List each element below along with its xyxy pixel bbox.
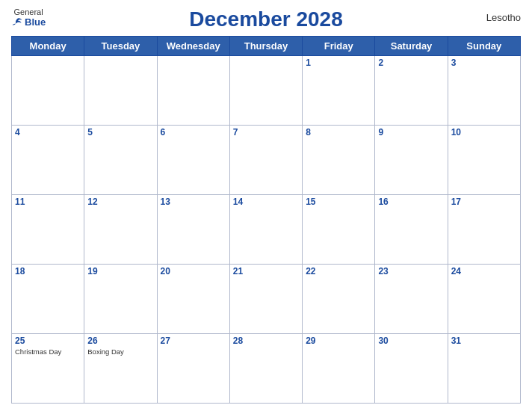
day-number: 17	[451, 197, 517, 207]
logo-blue-text: Blue	[11, 16, 46, 28]
holiday-label: Boxing Day	[87, 347, 153, 356]
calendar-cell: 30	[375, 334, 448, 404]
day-number: 21	[233, 266, 299, 276]
calendar-cell: 20	[157, 265, 229, 334]
calendar-cell: 26Boxing Day	[84, 334, 157, 404]
calendar-cell: 21	[229, 265, 302, 334]
day-number: 29	[306, 336, 371, 346]
weekday-header-row: MondayTuesdayWednesdayThursdayFridaySatu…	[12, 37, 521, 56]
day-number: 25	[15, 336, 81, 346]
day-number: 22	[306, 266, 371, 276]
calendar-cell: 29	[303, 334, 375, 404]
calendar-cell: 10	[448, 126, 520, 195]
day-number: 16	[378, 197, 444, 207]
generalblue-logo: General Blue	[11, 7, 46, 28]
day-number: 20	[161, 266, 226, 276]
day-number: 12	[87, 197, 153, 207]
day-number: 15	[306, 197, 371, 207]
calendar-cell: 12	[84, 195, 157, 265]
day-number: 10	[451, 127, 517, 137]
calendar-cell: 2	[375, 56, 448, 126]
day-number: 5	[87, 127, 153, 137]
day-number: 24	[451, 266, 517, 276]
day-number: 26	[87, 336, 153, 346]
calendar-cell: 24	[448, 265, 520, 334]
day-number: 19	[87, 266, 153, 276]
calendar-cell	[229, 56, 302, 126]
calendar-cell: 7	[229, 126, 302, 195]
weekday-header-wednesday: Wednesday	[157, 37, 229, 56]
week-row-3: 11121314151617	[12, 195, 521, 265]
calendar-cell: 25Christmas Day	[12, 334, 84, 404]
calendar-cell: 6	[157, 126, 229, 195]
weekday-header-sunday: Sunday	[448, 37, 520, 56]
day-number: 13	[161, 197, 226, 207]
calendar-table: MondayTuesdayWednesdayThursdayFridaySatu…	[11, 36, 521, 404]
weekday-header-monday: Monday	[12, 37, 84, 56]
day-number: 7	[233, 127, 299, 137]
calendar-title: December 2028	[189, 7, 342, 31]
weekday-header-saturday: Saturday	[375, 37, 448, 56]
week-row-2: 45678910	[12, 126, 521, 195]
day-number: 9	[378, 127, 444, 137]
day-number: 30	[378, 336, 444, 346]
calendar-cell: 17	[448, 195, 520, 265]
day-number: 28	[233, 336, 299, 346]
logo-bird-icon	[11, 17, 23, 28]
calendar-cell: 8	[303, 126, 375, 195]
country-label: Lesotho	[486, 12, 521, 23]
calendar-cell: 11	[12, 195, 84, 265]
weekday-header-thursday: Thursday	[229, 37, 302, 56]
week-row-1: 123	[12, 56, 521, 126]
day-number: 23	[378, 266, 444, 276]
calendar-cell: 4	[12, 126, 84, 195]
calendar-cell: 31	[448, 334, 520, 404]
holiday-label: Christmas Day	[15, 347, 81, 356]
day-number: 11	[15, 197, 81, 207]
calendar-cell: 22	[303, 265, 375, 334]
calendar-cell	[157, 56, 229, 126]
weekday-header-friday: Friday	[303, 37, 375, 56]
calendar-header: General Blue December 2028 Lesotho	[11, 7, 521, 31]
calendar-cell: 14	[229, 195, 302, 265]
calendar-cell: 18	[12, 265, 84, 334]
calendar-cell: 19	[84, 265, 157, 334]
calendar-cell: 15	[303, 195, 375, 265]
week-row-4: 18192021222324	[12, 265, 521, 334]
calendar-cell	[84, 56, 157, 126]
calendar-cell: 28	[229, 334, 302, 404]
day-number: 27	[161, 336, 226, 346]
weekday-header-tuesday: Tuesday	[84, 37, 157, 56]
week-row-5: 25Christmas Day26Boxing Day2728293031	[12, 334, 521, 404]
day-number: 3	[451, 58, 517, 68]
day-number: 8	[306, 127, 371, 137]
day-number: 6	[161, 127, 226, 137]
day-number: 2	[378, 58, 444, 68]
calendar-cell: 3	[448, 56, 520, 126]
day-number: 14	[233, 197, 299, 207]
day-number: 1	[306, 58, 371, 68]
calendar-cell	[12, 56, 84, 126]
day-number: 18	[15, 266, 81, 276]
day-number: 31	[451, 336, 517, 346]
calendar-cell: 1	[303, 56, 375, 126]
calendar-cell: 16	[375, 195, 448, 265]
calendar-cell: 27	[157, 334, 229, 404]
calendar-cell: 5	[84, 126, 157, 195]
logo-general-text: General	[14, 7, 43, 16]
day-number: 4	[15, 127, 81, 137]
calendar-cell: 23	[375, 265, 448, 334]
calendar-cell: 13	[157, 195, 229, 265]
calendar-cell: 9	[375, 126, 448, 195]
